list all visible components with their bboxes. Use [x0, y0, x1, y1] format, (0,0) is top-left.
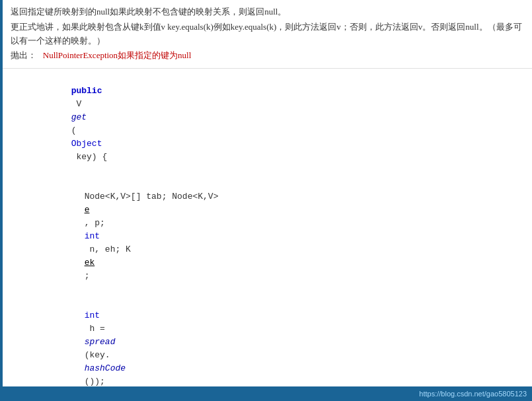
kw-public: public — [71, 86, 102, 96]
throw-label: 抛出： — [11, 50, 36, 60]
desc-line-1: 返回指定键所映射到的null如果此映射不包含键的映射关系，则返回null。 — [11, 5, 524, 19]
fn-get: get — [71, 112, 87, 122]
code-area: public V get ( Object key) { Node<K,V>[]… — [3, 69, 532, 386]
code-line-1: public V get ( Object key) { — [3, 71, 532, 177]
desc-line-3: 抛出： NullPointerException如果指定的键为null — [11, 49, 524, 63]
bottom-bar: https://blog.csdn.net/gao5805123 — [0, 386, 532, 401]
code-line-3: int h = spread (key. hashCode ()); — [3, 296, 532, 386]
code-line-2: Node<K,V>[] tab; Node<K,V> e , p; int n,… — [3, 177, 532, 296]
footer-url: https://blog.csdn.net/gao5805123 — [419, 390, 527, 398]
throw-value: NullPointerException如果指定的键为null — [43, 50, 192, 60]
desc-text-1: 返回指定键所映射到的null如果此映射不包含键的映射关系，则返回null。 — [11, 7, 286, 17]
description-area: 返回指定键所映射到的null如果此映射不包含键的映射关系，则返回null。 更正… — [3, 0, 532, 68]
desc-text-2: 更正式地讲，如果此映射包含从键k到值v key.equals(k)例如key.e… — [11, 22, 522, 46]
desc-line-2: 更正式地讲，如果此映射包含从键k到值v key.equals(k)例如key.e… — [11, 20, 524, 48]
main-container: 返回指定键所映射到的null如果此映射不包含键的映射关系，则返回null。 更正… — [0, 0, 532, 401]
